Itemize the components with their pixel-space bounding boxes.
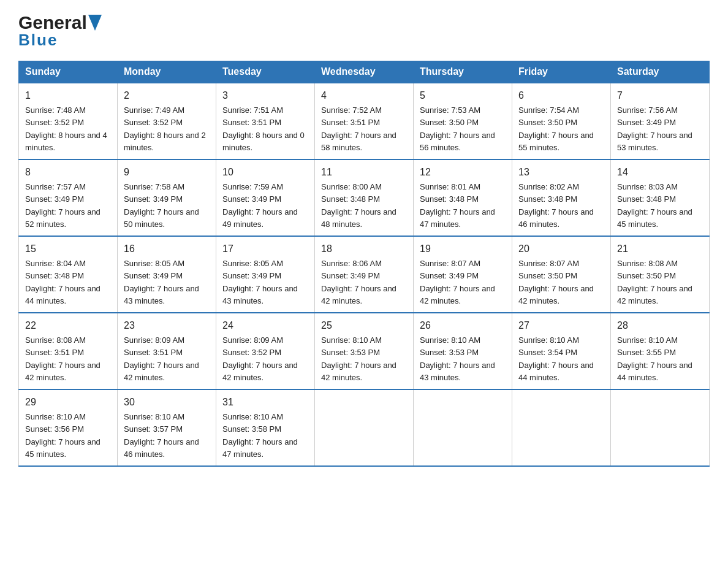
calendar-cell: 3 Sunrise: 7:51 AMSunset: 3:51 PMDayligh… xyxy=(216,83,315,159)
calendar-cell: 1 Sunrise: 7:48 AMSunset: 3:52 PMDayligh… xyxy=(19,83,118,159)
calendar-cell: 6 Sunrise: 7:54 AMSunset: 3:50 PMDayligh… xyxy=(512,83,611,159)
day-info: Sunrise: 8:10 AMSunset: 3:54 PMDaylight:… xyxy=(518,335,594,382)
day-number: 24 xyxy=(222,318,308,333)
day-number: 11 xyxy=(321,165,407,180)
calendar-week-row: 22 Sunrise: 8:08 AMSunset: 3:51 PMDaylig… xyxy=(19,313,710,389)
day-number: 14 xyxy=(617,165,703,180)
day-info: Sunrise: 8:10 AMSunset: 3:57 PMDaylight:… xyxy=(124,412,199,459)
day-info: Sunrise: 8:03 AMSunset: 3:48 PMDaylight:… xyxy=(617,182,692,229)
calendar-cell: 16 Sunrise: 8:05 AMSunset: 3:49 PMDaylig… xyxy=(118,236,216,313)
day-info: Sunrise: 8:05 AMSunset: 3:49 PMDaylight:… xyxy=(124,259,199,305)
calendar-cell: 24 Sunrise: 8:09 AMSunset: 3:52 PMDaylig… xyxy=(216,313,315,389)
col-wednesday: Wednesday xyxy=(315,61,414,83)
calendar-cell: 17 Sunrise: 8:05 AMSunset: 3:49 PMDaylig… xyxy=(216,236,315,313)
col-friday: Friday xyxy=(512,61,611,83)
calendar-cell: 5 Sunrise: 7:53 AMSunset: 3:50 PMDayligh… xyxy=(414,83,512,159)
calendar-cell: 30 Sunrise: 8:10 AMSunset: 3:57 PMDaylig… xyxy=(118,389,216,466)
day-number: 30 xyxy=(124,395,210,410)
svg-marker-0 xyxy=(88,15,102,31)
day-number: 6 xyxy=(518,88,604,103)
day-info: Sunrise: 8:08 AMSunset: 3:51 PMDaylight:… xyxy=(25,335,100,382)
day-number: 31 xyxy=(222,395,308,410)
day-number: 25 xyxy=(321,318,407,333)
day-info: Sunrise: 7:58 AMSunset: 3:49 PMDaylight:… xyxy=(124,182,199,229)
day-number: 10 xyxy=(222,165,308,180)
calendar-cell xyxy=(611,389,710,466)
day-number: 2 xyxy=(124,88,210,103)
calendar-cell: 29 Sunrise: 8:10 AMSunset: 3:56 PMDaylig… xyxy=(19,389,118,466)
day-info: Sunrise: 7:48 AMSunset: 3:52 PMDaylight:… xyxy=(25,105,107,152)
day-info: Sunrise: 8:10 AMSunset: 3:55 PMDaylight:… xyxy=(617,335,692,382)
calendar-cell: 19 Sunrise: 8:07 AMSunset: 3:49 PMDaylig… xyxy=(414,236,512,313)
calendar-cell: 21 Sunrise: 8:08 AMSunset: 3:50 PMDaylig… xyxy=(611,236,710,313)
day-number: 21 xyxy=(617,242,703,256)
page-header: General Blue xyxy=(18,12,710,50)
calendar-cell: 22 Sunrise: 8:08 AMSunset: 3:51 PMDaylig… xyxy=(19,313,118,389)
day-info: Sunrise: 7:59 AMSunset: 3:49 PMDaylight:… xyxy=(222,182,298,229)
day-number: 20 xyxy=(518,242,604,256)
day-info: Sunrise: 8:00 AMSunset: 3:48 PMDaylight:… xyxy=(321,182,396,229)
calendar-week-row: 1 Sunrise: 7:48 AMSunset: 3:52 PMDayligh… xyxy=(19,83,710,159)
day-number: 26 xyxy=(420,318,506,333)
calendar-cell: 11 Sunrise: 8:00 AMSunset: 3:48 PMDaylig… xyxy=(315,159,414,236)
calendar-cell: 25 Sunrise: 8:10 AMSunset: 3:53 PMDaylig… xyxy=(315,313,414,389)
day-number: 16 xyxy=(124,242,210,256)
day-number: 4 xyxy=(321,88,407,103)
day-info: Sunrise: 8:07 AMSunset: 3:50 PMDaylight:… xyxy=(518,259,594,305)
calendar-cell: 20 Sunrise: 8:07 AMSunset: 3:50 PMDaylig… xyxy=(512,236,611,313)
col-sunday: Sunday xyxy=(19,61,118,83)
calendar-cell: 9 Sunrise: 7:58 AMSunset: 3:49 PMDayligh… xyxy=(118,159,216,236)
calendar-cell: 8 Sunrise: 7:57 AMSunset: 3:49 PMDayligh… xyxy=(19,159,118,236)
day-info: Sunrise: 7:53 AMSunset: 3:50 PMDaylight:… xyxy=(420,105,495,152)
day-number: 15 xyxy=(25,242,111,256)
calendar-cell: 31 Sunrise: 8:10 AMSunset: 3:58 PMDaylig… xyxy=(216,389,315,466)
col-thursday: Thursday xyxy=(414,61,512,83)
day-info: Sunrise: 7:49 AMSunset: 3:52 PMDaylight:… xyxy=(124,105,206,152)
calendar-week-row: 29 Sunrise: 8:10 AMSunset: 3:56 PMDaylig… xyxy=(19,389,710,466)
day-info: Sunrise: 8:10 AMSunset: 3:56 PMDaylight:… xyxy=(25,412,100,459)
calendar-cell: 2 Sunrise: 7:49 AMSunset: 3:52 PMDayligh… xyxy=(118,83,216,159)
day-info: Sunrise: 7:56 AMSunset: 3:49 PMDaylight:… xyxy=(617,105,692,152)
col-saturday: Saturday xyxy=(611,61,710,83)
day-number: 23 xyxy=(124,318,210,333)
calendar-cell xyxy=(315,389,414,466)
calendar-cell: 27 Sunrise: 8:10 AMSunset: 3:54 PMDaylig… xyxy=(512,313,611,389)
calendar-cell xyxy=(414,389,512,466)
calendar-cell: 15 Sunrise: 8:04 AMSunset: 3:48 PMDaylig… xyxy=(19,236,118,313)
calendar-cell: 23 Sunrise: 8:09 AMSunset: 3:51 PMDaylig… xyxy=(118,313,216,389)
calendar-header-row: Sunday Monday Tuesday Wednesday Thursday… xyxy=(19,61,710,83)
calendar-week-row: 8 Sunrise: 7:57 AMSunset: 3:49 PMDayligh… xyxy=(19,159,710,236)
day-info: Sunrise: 7:52 AMSunset: 3:51 PMDaylight:… xyxy=(321,105,396,152)
day-number: 17 xyxy=(222,242,308,256)
logo-blue-text: Blue xyxy=(18,31,58,50)
day-number: 18 xyxy=(321,242,407,256)
calendar-cell: 14 Sunrise: 8:03 AMSunset: 3:48 PMDaylig… xyxy=(611,159,710,236)
day-info: Sunrise: 7:57 AMSunset: 3:49 PMDaylight:… xyxy=(25,182,100,229)
day-info: Sunrise: 8:05 AMSunset: 3:49 PMDaylight:… xyxy=(222,259,298,305)
day-info: Sunrise: 8:09 AMSunset: 3:52 PMDaylight:… xyxy=(222,335,298,382)
calendar-cell: 28 Sunrise: 8:10 AMSunset: 3:55 PMDaylig… xyxy=(611,313,710,389)
logo-arrow-icon xyxy=(88,15,102,31)
calendar-week-row: 15 Sunrise: 8:04 AMSunset: 3:48 PMDaylig… xyxy=(19,236,710,313)
calendar-cell: 7 Sunrise: 7:56 AMSunset: 3:49 PMDayligh… xyxy=(611,83,710,159)
day-number: 13 xyxy=(518,165,604,180)
day-number: 29 xyxy=(25,395,111,410)
day-info: Sunrise: 8:10 AMSunset: 3:53 PMDaylight:… xyxy=(321,335,396,382)
day-info: Sunrise: 7:51 AMSunset: 3:51 PMDaylight:… xyxy=(222,105,305,152)
calendar-cell: 4 Sunrise: 7:52 AMSunset: 3:51 PMDayligh… xyxy=(315,83,414,159)
day-info: Sunrise: 8:04 AMSunset: 3:48 PMDaylight:… xyxy=(25,259,100,305)
day-info: Sunrise: 8:06 AMSunset: 3:49 PMDaylight:… xyxy=(321,259,396,305)
day-number: 1 xyxy=(25,88,111,103)
day-number: 27 xyxy=(518,318,604,333)
day-info: Sunrise: 8:02 AMSunset: 3:48 PMDaylight:… xyxy=(518,182,594,229)
calendar-cell: 26 Sunrise: 8:10 AMSunset: 3:53 PMDaylig… xyxy=(414,313,512,389)
calendar-cell: 13 Sunrise: 8:02 AMSunset: 3:48 PMDaylig… xyxy=(512,159,611,236)
logo-general-text: General xyxy=(18,12,87,33)
calendar-cell: 10 Sunrise: 7:59 AMSunset: 3:49 PMDaylig… xyxy=(216,159,315,236)
day-info: Sunrise: 8:08 AMSunset: 3:50 PMDaylight:… xyxy=(617,259,692,305)
logo: General Blue xyxy=(18,12,102,50)
col-monday: Monday xyxy=(118,61,216,83)
calendar-table: Sunday Monday Tuesday Wednesday Thursday… xyxy=(18,61,710,467)
day-number: 8 xyxy=(25,165,111,180)
day-info: Sunrise: 8:07 AMSunset: 3:49 PMDaylight:… xyxy=(420,259,495,305)
